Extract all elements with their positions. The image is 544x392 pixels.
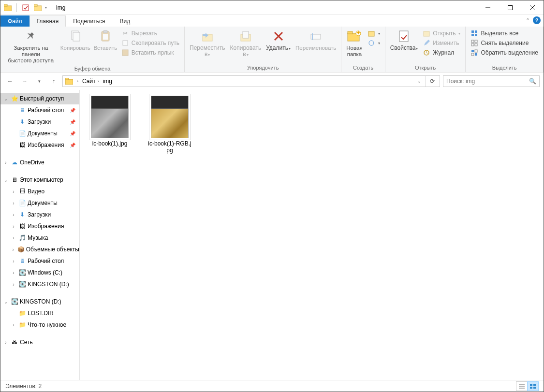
qat-newfolder-icon[interactable]: [32, 2, 43, 13]
svg-rect-34: [471, 34, 474, 36]
svg-rect-36: [471, 40, 474, 43]
recent-button[interactable]: ▾: [33, 75, 45, 87]
search-icon[interactable]: 🔍: [529, 78, 536, 85]
qat-dropdown-icon[interactable]: ▾: [45, 5, 47, 10]
select-all-button[interactable]: Выделить все: [469, 29, 540, 38]
group-open-label: Открыть: [388, 64, 463, 72]
folder-icon: [65, 78, 73, 85]
tab-file[interactable]: Файл: [0, 15, 29, 27]
tree-downloads2[interactable]: ›⬇Загрузки: [0, 209, 79, 220]
title-bar: ▾ img: [0, 0, 544, 15]
paste-shortcut-button[interactable]: Вставить ярлык: [119, 48, 181, 58]
tree-documents2[interactable]: ›📄Документы: [0, 197, 79, 209]
up-button[interactable]: ↑: [48, 75, 59, 87]
pin-icon: 📌: [70, 108, 75, 113]
collapse-ribbon-icon[interactable]: ⌃: [526, 17, 530, 24]
refresh-button[interactable]: ⟳: [425, 76, 439, 87]
documents-icon: 📄: [18, 129, 27, 138]
drive-icon: 💽: [10, 297, 19, 306]
svg-rect-2: [23, 5, 29, 11]
svg-point-28: [369, 41, 374, 45]
open-button[interactable]: Открыть▾: [421, 29, 462, 38]
history-button[interactable]: Журнал: [421, 48, 462, 58]
breadcrumb-current[interactable]: img: [102, 78, 114, 85]
properties-button[interactable]: Свойства▾: [388, 28, 420, 53]
maximize-button[interactable]: [499, 0, 521, 15]
file-item[interactable]: ic-book(1).jpg: [87, 96, 133, 147]
tree-lostdir[interactable]: 📁LOST.DIR: [0, 307, 79, 319]
help-icon[interactable]: ?: [533, 16, 541, 24]
forward-button[interactable]: →: [19, 75, 30, 87]
cut-button[interactable]: ✂Вырезать: [119, 29, 181, 38]
svg-rect-24: [348, 31, 353, 34]
delete-button[interactable]: Удалить▾: [264, 28, 293, 53]
tab-home[interactable]: Главная: [29, 15, 66, 27]
copy-path-button[interactable]: Скопировать путь: [119, 38, 181, 48]
edit-button[interactable]: Изменить: [421, 38, 462, 48]
tree-this-pc[interactable]: ⌄🖥Этот компьютер: [0, 174, 79, 186]
new-folder-button[interactable]: ✦ Новая папка: [344, 28, 364, 58]
tree-something[interactable]: ›📁Что-то нужное: [0, 319, 79, 331]
tree-d-drive-root[interactable]: ⌄💽KINGSTON (D:): [0, 296, 79, 307]
copyto-button[interactable]: Копировать в▾: [228, 28, 264, 59]
svg-rect-49: [530, 384, 532, 386]
tab-share[interactable]: Поделиться: [66, 15, 112, 27]
tree-c-drive[interactable]: ›💽Windows (C:): [0, 267, 79, 278]
cube-icon: 📦: [17, 245, 25, 254]
tree-d-drive[interactable]: ›💽KINGSTON (D:): [0, 278, 79, 290]
paste-button[interactable]: Вставить: [92, 28, 118, 52]
rename-button[interactable]: Переименовать: [294, 28, 338, 52]
close-button[interactable]: [521, 0, 544, 15]
minimize-button[interactable]: [477, 0, 499, 15]
easy-access-button[interactable]: ▾: [366, 38, 382, 48]
tree-pictures[interactable]: 🖼Изображения📌: [0, 139, 79, 151]
tree-downloads[interactable]: ⬇Загрузки📌: [0, 116, 79, 128]
svg-rect-52: [533, 387, 536, 389]
breadcrumb-root[interactable]: Сайт›: [81, 78, 101, 85]
moveto-button[interactable]: Переместить в▾: [188, 28, 227, 59]
delete-icon: [271, 29, 286, 44]
back-button[interactable]: ←: [4, 75, 16, 87]
properties-icon: [396, 29, 412, 44]
tree-desktop[interactable]: 🖥Рабочий стол📌: [0, 104, 79, 116]
search-box[interactable]: 🔍: [443, 75, 540, 87]
address-dropdown-icon[interactable]: ⌄: [414, 79, 424, 84]
address-bar[interactable]: › Сайт› img ⌄ ⟳: [62, 75, 440, 87]
chevron-right-icon[interactable]: ›: [77, 79, 78, 84]
tree-quick-access[interactable]: ⌄⭐Быстрый доступ: [0, 93, 79, 104]
svg-rect-12: [103, 30, 107, 33]
tree-video[interactable]: ›🎞Видео: [0, 186, 79, 197]
svg-rect-39: [475, 44, 477, 46]
svg-rect-35: [475, 34, 477, 36]
tree-desktop2[interactable]: ›🖥Рабочий стол: [0, 255, 79, 267]
invert-selection-button[interactable]: Обратить выделение: [469, 48, 540, 58]
tab-view[interactable]: Вид: [112, 15, 137, 27]
tree-music[interactable]: ›🎵Музыка: [0, 232, 79, 244]
invert-icon: [470, 49, 478, 57]
select-none-button[interactable]: Снять выделение: [469, 38, 540, 48]
tree-onedrive[interactable]: ›☁OneDrive: [0, 157, 79, 168]
svg-rect-45: [65, 78, 69, 80]
cloud-icon: ☁: [10, 158, 19, 167]
new-item-button[interactable]: ▾: [366, 29, 382, 38]
tree-documents[interactable]: 📄Документы📌: [0, 128, 79, 139]
edit-icon: [423, 39, 430, 47]
search-input[interactable]: [446, 78, 529, 85]
svg-text:✦: ✦: [356, 29, 361, 36]
svg-rect-50: [533, 384, 536, 386]
pin-icon: 📌: [70, 143, 75, 148]
download-icon: ⬇: [18, 210, 27, 219]
tree-3d-objects[interactable]: ›📦Объемные объекты: [0, 244, 79, 255]
tree-network[interactable]: ›🖧Сеть: [0, 336, 79, 348]
file-item[interactable]: ic-book(1)-RGB.jpg: [147, 96, 193, 154]
tree-pictures2[interactable]: ›🖼Изображения: [0, 220, 79, 232]
copy-button[interactable]: Копировать: [59, 28, 91, 52]
view-details-button[interactable]: [516, 381, 528, 391]
folder-icon: [2, 2, 13, 13]
content-pane[interactable]: ic-book(1).jpg ic-book(1)-RGB.jpg: [80, 90, 544, 380]
view-large-icons-button[interactable]: [527, 381, 539, 391]
paste-icon: [98, 29, 113, 44]
qat-properties-icon[interactable]: [20, 2, 31, 13]
copyto-icon: [238, 29, 253, 44]
pin-quickaccess-button[interactable]: Закрепить на панели быстрого доступа: [3, 28, 59, 65]
